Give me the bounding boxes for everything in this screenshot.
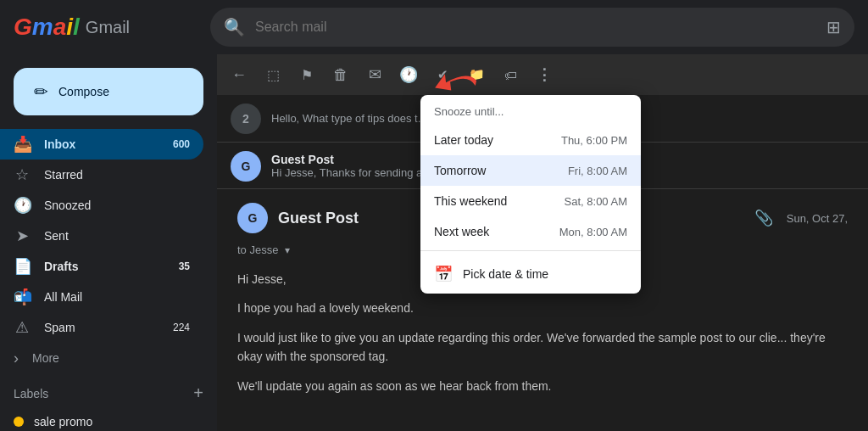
more-label: More bbox=[32, 351, 59, 365]
mark-unread-button[interactable]: ✉ bbox=[359, 59, 390, 90]
open-email-date: Sun, Oct 27, bbox=[787, 212, 848, 225]
label-color-dot bbox=[14, 417, 24, 427]
drafts-label: Drafts bbox=[44, 260, 165, 273]
email-body-line-3: We'll update you again as soon as we hea… bbox=[237, 377, 848, 395]
compose-icon: ✏ bbox=[34, 81, 48, 102]
add-task-button[interactable]: ✔ bbox=[427, 59, 458, 90]
snooze-next-week-label: Next week bbox=[434, 225, 489, 238]
snooze-pick-label: Pick date & time bbox=[463, 267, 548, 281]
starred-label: Starred bbox=[44, 168, 190, 182]
sent-icon: ➤ bbox=[14, 227, 31, 245]
drafts-count: 35 bbox=[179, 260, 190, 272]
archive-button[interactable]: ⬚ bbox=[258, 59, 288, 90]
gmail-wordmark: Gmail bbox=[86, 18, 130, 37]
mark-unread-icon: ✉ bbox=[369, 65, 381, 84]
report-spam-button[interactable]: ⚑ bbox=[292, 59, 322, 90]
spam-icon: ⚠ bbox=[14, 318, 31, 337]
search-icon: 🔍 bbox=[224, 17, 245, 37]
move-to-icon: 📁 bbox=[469, 67, 485, 82]
logo-l: l bbox=[73, 14, 80, 40]
label-icon: 🏷 bbox=[504, 68, 517, 82]
logo-a: a bbox=[53, 14, 67, 40]
sidebar: ✏ Compose 📥 Inbox 600 ☆ Starred 🕐 Snooze… bbox=[0, 54, 217, 431]
snoozed-label: Snoozed bbox=[44, 199, 190, 212]
snooze-tomorrow-time: Fri, 8:00 AM bbox=[568, 165, 627, 177]
compose-label: Compose bbox=[58, 85, 109, 98]
delete-button[interactable]: 🗑 bbox=[326, 59, 356, 90]
sidebar-item-starred[interactable]: ☆ Starred bbox=[0, 160, 203, 190]
avatar: 2 bbox=[231, 104, 261, 134]
move-to-button[interactable]: 📁 bbox=[461, 59, 492, 90]
logo-i: i bbox=[66, 14, 73, 40]
to-label: to Jesse bbox=[237, 243, 278, 256]
add-label-icon[interactable]: + bbox=[193, 383, 203, 403]
sidebar-item-snoozed[interactable]: 🕐 Snoozed bbox=[0, 190, 203, 221]
snooze-item-later-today[interactable]: Later today Thu, 6:00 PM bbox=[420, 125, 641, 155]
label-name: sale promo bbox=[34, 415, 92, 428]
spam-label: Spam bbox=[44, 321, 159, 334]
sent-label: Sent bbox=[44, 229, 190, 243]
more-item[interactable]: › More bbox=[0, 343, 217, 373]
calendar-icon: 📅 bbox=[434, 265, 453, 283]
search-tune-icon[interactable]: ⊞ bbox=[826, 17, 841, 37]
snooze-weekend-time: Sat, 8:00 AM bbox=[565, 195, 627, 208]
snooze-next-week-time: Mon, 8:00 AM bbox=[559, 226, 627, 238]
delete-icon: 🗑 bbox=[333, 66, 348, 84]
sidebar-item-spam[interactable]: ⚠ Spam 224 bbox=[0, 312, 203, 343]
snooze-item-next-week[interactable]: Next week Mon, 8:00 AM bbox=[420, 216, 641, 247]
more-toolbar-icon: ⋮ bbox=[537, 65, 552, 84]
avatar: G bbox=[237, 203, 268, 233]
add-task-icon: ✔ bbox=[437, 67, 448, 82]
email-toolbar: ← ⬚ ⚑ 🗑 ✉ 🕐 ✔ 📁 🏷 bbox=[217, 54, 868, 95]
search-input[interactable] bbox=[255, 20, 816, 35]
inbox-icon: 📥 bbox=[14, 135, 31, 154]
snooze-pick-date-time[interactable]: 📅 Pick date & time bbox=[420, 255, 641, 294]
snooze-nav-icon: 🕐 bbox=[14, 196, 31, 215]
inbox-label: Inbox bbox=[44, 137, 159, 151]
snooze-icon: 🕐 bbox=[399, 65, 418, 84]
sidebar-item-drafts[interactable]: 📄 Drafts 35 bbox=[0, 251, 203, 282]
logo-g: G bbox=[14, 14, 32, 40]
snooze-later-today-time: Thu, 6:00 PM bbox=[561, 134, 627, 147]
inbox-count: 600 bbox=[173, 138, 190, 150]
recipient-dropdown-icon[interactable]: ▾ bbox=[285, 244, 290, 256]
snooze-weekend-label: This weekend bbox=[434, 194, 507, 208]
search-bar[interactable]: 🔍 ⊞ bbox=[210, 8, 854, 47]
spam-toolbar-icon: ⚑ bbox=[301, 67, 313, 83]
labels-title: Labels bbox=[14, 387, 48, 400]
snooze-divider bbox=[420, 250, 641, 251]
avatar: G bbox=[231, 151, 261, 182]
star-icon: ☆ bbox=[14, 165, 31, 184]
label-button[interactable]: 🏷 bbox=[495, 59, 526, 90]
all-mail-icon: 📬 bbox=[14, 288, 31, 306]
snooze-item-tomorrow[interactable]: Tomorrow Fri, 8:00 AM bbox=[420, 155, 641, 186]
email-body-line-2: I would just like to give you an update … bbox=[237, 328, 848, 367]
sidebar-item-all-mail[interactable]: 📬 All Mail bbox=[0, 282, 203, 312]
gmail-logo: Gmail Gmail bbox=[14, 14, 200, 41]
content-area: ← ⬚ ⚑ 🗑 ✉ 🕐 ✔ 📁 🏷 bbox=[217, 54, 868, 431]
archive-icon: ⬚ bbox=[267, 67, 280, 83]
snooze-item-this-weekend[interactable]: This weekend Sat, 8:00 AM bbox=[420, 186, 641, 216]
snooze-title: Snooze until... bbox=[420, 95, 641, 125]
snooze-tomorrow-label: Tomorrow bbox=[434, 164, 486, 177]
all-mail-label: All Mail bbox=[44, 290, 190, 304]
back-button[interactable]: ← bbox=[224, 59, 254, 90]
sidebar-item-inbox[interactable]: 📥 Inbox 600 bbox=[0, 129, 203, 160]
back-icon: ← bbox=[231, 66, 247, 84]
snooze-dropdown: Snooze until... Later today Thu, 6:00 PM… bbox=[420, 95, 641, 294]
sidebar-item-sent[interactable]: ➤ Sent bbox=[0, 221, 203, 251]
snooze-button[interactable]: 🕐 bbox=[393, 59, 424, 90]
labels-section: Labels + bbox=[0, 373, 217, 406]
compose-button[interactable]: ✏ Compose bbox=[14, 68, 203, 115]
drafts-icon: 📄 bbox=[14, 257, 31, 276]
logo-m: m bbox=[32, 14, 53, 40]
spam-count: 224 bbox=[173, 322, 190, 333]
label-item-sale-promo[interactable]: sale promo bbox=[0, 406, 203, 431]
chevron-down-icon: › bbox=[14, 350, 19, 367]
email-body-line-1: I hope you had a lovely weekend. bbox=[237, 299, 848, 317]
top-bar: Gmail Gmail 🔍 ⊞ bbox=[0, 0, 868, 54]
snooze-later-today-label: Later today bbox=[434, 133, 493, 147]
attachment-icon: 📎 bbox=[754, 209, 773, 227]
more-toolbar-button[interactable]: ⋮ bbox=[529, 59, 559, 90]
main-layout: ✏ Compose 📥 Inbox 600 ☆ Starred 🕐 Snooze… bbox=[0, 54, 868, 431]
